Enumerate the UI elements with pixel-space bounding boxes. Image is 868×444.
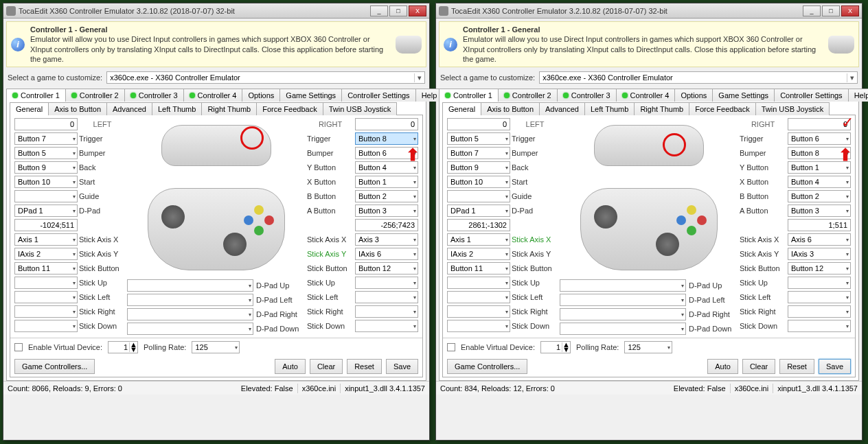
tab-game-settings[interactable]: Game Settings xyxy=(279,89,342,102)
dpad-map-3[interactable]: ▾ xyxy=(127,323,253,335)
reset-button[interactable]: Reset xyxy=(779,359,814,374)
polling-rate-combo[interactable]: 125▾ xyxy=(624,341,672,353)
enable-virtual-device-checkbox[interactable] xyxy=(14,343,23,351)
left-trigger-numeric[interactable]: 0 xyxy=(447,118,510,130)
right-map-3[interactable]: Button 1▾ xyxy=(355,176,418,188)
right-stick-map-2[interactable]: Button 12▾ xyxy=(355,262,418,274)
left-map-5[interactable]: DPad 1▾ xyxy=(447,205,510,217)
dpad-map-2[interactable]: ▾ xyxy=(560,308,686,320)
maximize-button[interactable]: □ xyxy=(822,5,840,16)
tab-controller-2[interactable]: Controller 2 xyxy=(498,89,558,102)
maximize-button[interactable]: □ xyxy=(389,5,407,16)
right-stick-map-6[interactable]: ▾ xyxy=(788,320,851,332)
right-stick-map-6[interactable]: ▾ xyxy=(355,320,418,332)
dpad-map-3[interactable]: ▾ xyxy=(560,323,686,335)
left-trigger-numeric[interactable]: 0 xyxy=(14,118,78,130)
dpad-map-1[interactable]: ▾ xyxy=(127,294,253,306)
tab-controller-1[interactable]: Controller 1 xyxy=(6,89,66,102)
subtab-general[interactable]: General xyxy=(10,102,49,115)
auto-button[interactable]: Auto xyxy=(707,359,738,374)
clear-button[interactable]: Clear xyxy=(310,359,343,374)
game-select-combo[interactable]: x360ce.exe - X360 Controller Emulator▾ xyxy=(106,71,425,84)
dpad-map-0[interactable]: ▾ xyxy=(127,279,253,292)
right-map-0[interactable]: Button 6▾ xyxy=(788,132,851,145)
subtab-axis-to-button[interactable]: Axis to Button xyxy=(48,102,107,115)
left-stick-map-1[interactable]: IAxis 2▾ xyxy=(447,248,510,260)
left-stick-map-5[interactable]: ▾ xyxy=(14,305,78,318)
save-button[interactable]: Save xyxy=(819,359,851,374)
tab-controller-settings[interactable]: Controller Settings xyxy=(341,89,416,102)
left-stick-map-2[interactable]: Button 11▾ xyxy=(447,262,510,274)
left-map-2[interactable]: Button 9▾ xyxy=(447,161,510,174)
left-map-3[interactable]: Button 10▾ xyxy=(14,176,78,188)
left-stick-map-5[interactable]: ▾ xyxy=(447,305,510,318)
subtab-force-feedback[interactable]: Force Feedback xyxy=(689,102,755,115)
right-stick-map-3[interactable]: ▾ xyxy=(355,277,418,289)
left-map-2[interactable]: Button 9▾ xyxy=(14,161,78,174)
left-stick-map-3[interactable]: ▾ xyxy=(14,277,78,289)
right-map-4[interactable]: Button 2▾ xyxy=(355,190,418,202)
close-button[interactable]: X xyxy=(409,5,426,16)
tab-controller-2[interactable]: Controller 2 xyxy=(65,89,125,102)
right-map-5[interactable]: Button 3▾ xyxy=(355,205,418,217)
subtab-right-thumb[interactable]: Right Thumb xyxy=(201,102,257,115)
left-stick-map-0[interactable]: Axis 1▾ xyxy=(14,233,78,246)
right-stick-map-3[interactable]: ▾ xyxy=(788,277,851,289)
dpad-map-1[interactable]: ▾ xyxy=(560,294,686,306)
left-map-5[interactable]: DPad 1▾ xyxy=(14,205,78,217)
tab-controller-3[interactable]: Controller 3 xyxy=(557,89,617,102)
tab-controller-1[interactable]: Controller 1 xyxy=(439,89,499,102)
minimize-button[interactable]: _ xyxy=(803,5,821,16)
close-button[interactable]: X xyxy=(841,5,859,16)
left-stick-map-4[interactable]: ▾ xyxy=(447,291,510,303)
left-map-0[interactable]: Button 7▾ xyxy=(14,132,78,145)
right-map-0[interactable]: Button 8▾ xyxy=(355,132,418,145)
left-map-0[interactable]: Button 5▾ xyxy=(447,132,510,145)
left-stick-map-0[interactable]: Axis 1▾ xyxy=(447,233,510,246)
reset-button[interactable]: Reset xyxy=(347,359,382,374)
subtab-axis-to-button[interactable]: Axis to Button xyxy=(481,102,540,115)
right-stick-map-1[interactable]: IAxis 3▾ xyxy=(788,248,851,260)
enable-virtual-device-checkbox[interactable] xyxy=(447,343,455,351)
subtab-twin-usb-joystick[interactable]: Twin USB Joystick xyxy=(755,102,830,115)
subtab-twin-usb-joystick[interactable]: Twin USB Joystick xyxy=(323,102,397,115)
vd-index-spinner[interactable]: 1▲▼ xyxy=(108,341,138,353)
right-map-3[interactable]: Button 4▾ xyxy=(788,176,851,188)
left-map-1[interactable]: Button 7▾ xyxy=(447,147,510,159)
game-controllers-button[interactable]: Game Controllers... xyxy=(447,359,527,374)
right-stick-map-2[interactable]: Button 12▾ xyxy=(788,262,851,274)
left-map-4[interactable]: ▾ xyxy=(14,190,78,202)
game-controllers-button[interactable]: Game Controllers... xyxy=(14,359,95,374)
subtab-force-feedback[interactable]: Force Feedback xyxy=(256,102,323,115)
tab-game-settings[interactable]: Game Settings xyxy=(712,89,775,102)
right-stick-map-4[interactable]: ▾ xyxy=(788,291,851,303)
left-stick-map-3[interactable]: ▾ xyxy=(447,277,510,289)
right-map-4[interactable]: Button 2▾ xyxy=(788,190,851,202)
clear-button[interactable]: Clear xyxy=(742,359,775,374)
subtab-left-thumb[interactable]: Left Thumb xyxy=(584,102,635,115)
minimize-button[interactable]: _ xyxy=(370,5,388,16)
tab-options[interactable]: Options xyxy=(674,89,713,102)
tab-controller-3[interactable]: Controller 3 xyxy=(124,89,184,102)
game-select-combo[interactable]: x360ce.exe - X360 Controller Emulator▾ xyxy=(539,71,858,84)
tab-controller-settings[interactable]: Controller Settings xyxy=(774,89,849,102)
subtab-advanced[interactable]: Advanced xyxy=(106,102,152,115)
right-stick-map-4[interactable]: ▾ xyxy=(355,291,418,303)
right-stick-map-1[interactable]: IAxis 6▾ xyxy=(355,248,418,260)
left-stick-map-2[interactable]: Button 11▾ xyxy=(14,262,78,274)
vd-index-spinner[interactable]: 1▲▼ xyxy=(540,341,571,353)
left-map-1[interactable]: Button 5▾ xyxy=(14,147,78,159)
dpad-map-2[interactable]: ▾ xyxy=(127,308,253,320)
auto-button[interactable]: Auto xyxy=(275,359,306,374)
left-stick-map-6[interactable]: ▾ xyxy=(447,320,510,332)
tab-help[interactable]: Help xyxy=(848,89,868,102)
left-stick-map-6[interactable]: ▾ xyxy=(14,320,78,332)
dpad-map-0[interactable]: ▾ xyxy=(560,279,686,292)
right-stick-map-0[interactable]: Axis 6▾ xyxy=(788,233,851,246)
tab-options[interactable]: Options xyxy=(242,89,280,102)
right-stick-map-5[interactable]: ▾ xyxy=(355,305,418,318)
subtab-advanced[interactable]: Advanced xyxy=(539,102,585,115)
subtab-right-thumb[interactable]: Right Thumb xyxy=(634,102,689,115)
save-button[interactable]: Save xyxy=(386,359,418,374)
tab-controller-4[interactable]: Controller 4 xyxy=(616,89,676,102)
